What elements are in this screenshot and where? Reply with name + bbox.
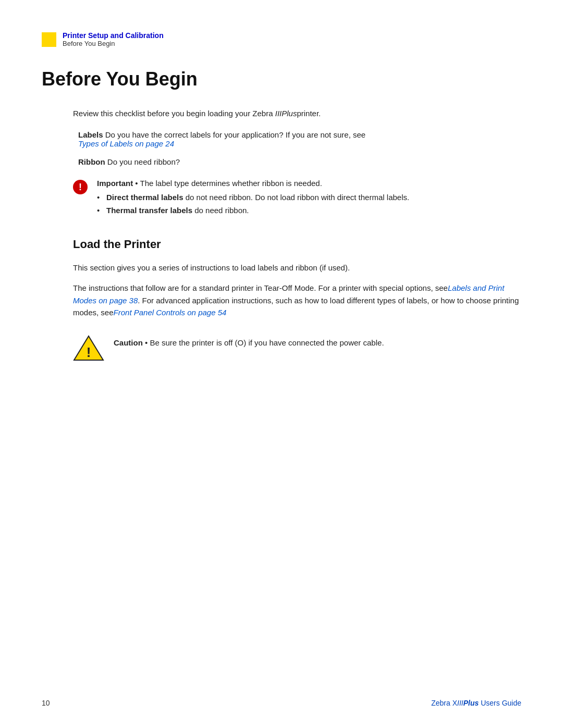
important-section: ! Important • The label type determines … (73, 179, 521, 219)
breadcrumb-title-link[interactable]: Printer Setup and Calibration (63, 31, 164, 40)
caution-section: ! Caution • Be sure the printer is off (… (73, 333, 521, 364)
checklist-ribbon: Ribbon Do you need ribbon? (73, 157, 521, 166)
important-content: Important • The label type determines wh… (97, 179, 521, 219)
bullet-direct-rest: do not need ribbon. Do not load ribbon w… (183, 193, 410, 202)
caution-label: Caution (114, 338, 143, 347)
footer-guide-title: Zebra XIIIPlus Users Guide (431, 699, 521, 707)
footer-brand-before: Zebra X (431, 699, 457, 707)
important-bold: Important (97, 179, 133, 188)
bullet-thermal-transfer: Thermal transfer labels do need ribbon. (97, 206, 521, 215)
exclamation-icon: ! (73, 180, 88, 194)
svg-text:!: ! (87, 344, 91, 360)
intro-brand-italic: IIIPlus (275, 109, 297, 118)
section-para2-before: The instructions that follow are for a s… (73, 283, 448, 292)
bullet-bold-transfer: Thermal transfer labels (106, 206, 192, 215)
page: Printer Setup and Calibration Before You… (0, 0, 563, 728)
important-bullets: Direct thermal labels do not need ribbon… (97, 193, 521, 215)
labels-text: Do you have the correct labels for your … (103, 130, 366, 139)
page-footer: 10 Zebra XIIIPlus Users Guide (42, 699, 521, 707)
footer-brand-plus: Plus (463, 699, 479, 707)
intro-text-after: printer. (297, 109, 321, 118)
important-intro: Important • The label type determines wh… (97, 179, 521, 188)
ribbon-text: Do you need ribbon? (105, 157, 180, 166)
caution-triangle-svg: ! (73, 334, 104, 362)
front-panel-link[interactable]: Front Panel Controls on page 54 (114, 308, 227, 317)
checklist-labels: Labels Do you have the correct labels fo… (73, 130, 521, 148)
footer-guide-after: Users Guide (479, 699, 521, 707)
bullet-direct-thermal: Direct thermal labels do not need ribbon… (97, 193, 521, 202)
caution-content: Caution • Be sure the printer is off (O)… (114, 333, 384, 347)
bullet-transfer-rest: do need ribbon. (192, 206, 249, 215)
bullet-bold-direct: Direct thermal labels (106, 193, 183, 202)
caution-icon: ! (73, 334, 104, 364)
footer-page-number: 10 (42, 699, 50, 707)
section-para1: This section gives you a series of instr… (73, 262, 521, 274)
labels-label: Labels (78, 130, 103, 139)
section-para2: The instructions that follow are for a s… (73, 282, 521, 318)
breadcrumb-text: Printer Setup and Calibration Before You… (63, 31, 164, 47)
breadcrumb-color-bar (42, 32, 56, 47)
labels-link[interactable]: Types of Labels on page 24 (78, 139, 174, 148)
breadcrumb-subtitle: Before You Begin (63, 40, 164, 47)
page-title: Before You Begin (42, 68, 521, 90)
important-intro-text: • The label type determines whether ribb… (133, 179, 322, 188)
intro-text-before: Review this checklist before you begin l… (73, 109, 275, 118)
footer-brand-italic: III (457, 699, 463, 707)
breadcrumb: Printer Setup and Calibration Before You… (42, 31, 521, 47)
main-content: Review this checklist before you begin l… (42, 109, 521, 364)
intro-paragraph: Review this checklist before you begin l… (73, 109, 521, 118)
caution-text: • Be sure the printer is off (O) if you … (143, 338, 384, 347)
section-heading: Load the Printer (73, 238, 521, 251)
ribbon-label: Ribbon (78, 157, 105, 166)
